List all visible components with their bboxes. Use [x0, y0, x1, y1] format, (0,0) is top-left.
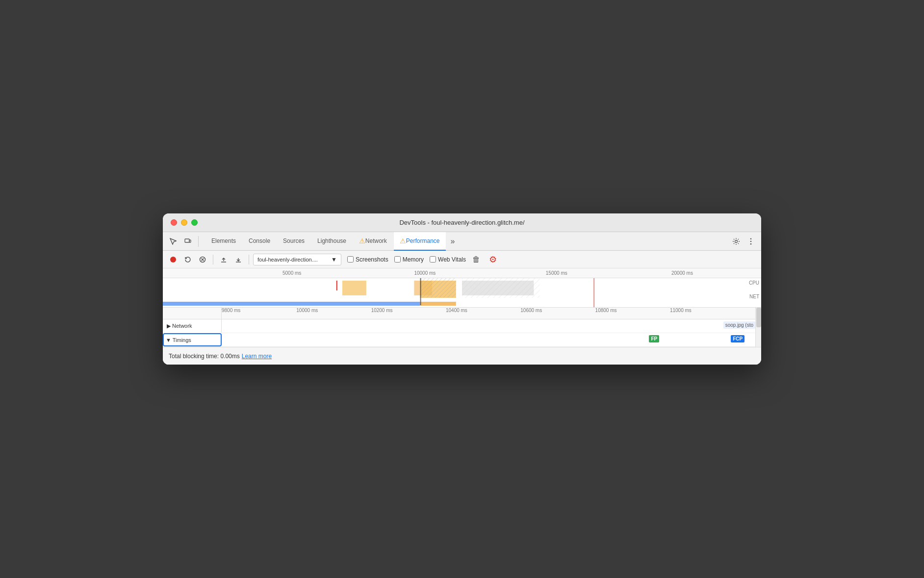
status-bar: Total blocking time: 0.00ms Learn more — [163, 347, 761, 365]
svg-rect-0 — [185, 239, 189, 242]
network-track-content: soop.jpg (sto — [222, 319, 755, 333]
svg-rect-1 — [189, 240, 191, 242]
scrollbar-track[interactable] — [755, 308, 761, 347]
soop-label: soop.jpg (sto — [723, 321, 755, 329]
device-toolbar-button[interactable] — [181, 235, 194, 248]
timeline-main: 9800 ms 10000 ms 10200 ms 10400 ms 10600… — [163, 308, 761, 347]
svg-rect-17 — [420, 278, 421, 305]
traffic-lights — [171, 219, 198, 226]
ruler-mark-10000: 10000 ms — [414, 270, 436, 276]
url-selector[interactable]: foul-heavenly-direction.... ▼ — [253, 254, 341, 265]
tab-console[interactable]: Console — [243, 232, 276, 251]
net-label: NET — [749, 294, 759, 299]
settings-button[interactable] — [730, 235, 743, 248]
delete-recording-button[interactable]: 🗑 — [470, 253, 483, 266]
tab-elements[interactable]: Elements — [205, 232, 242, 251]
scrollbar-thumb[interactable] — [756, 308, 761, 327]
time-mark-10200: 10200 ms — [371, 308, 393, 313]
time-mark-9800: 9800 ms — [222, 308, 240, 313]
cpu-label: CPU — [749, 280, 759, 286]
svg-rect-18 — [593, 278, 594, 308]
svg-rect-15 — [420, 302, 456, 306]
performance-warning-icon: ⚠ — [400, 237, 406, 245]
tab-bar-right-controls — [730, 235, 757, 248]
svg-point-6 — [170, 257, 176, 263]
web-vitals-check-input[interactable] — [430, 256, 436, 263]
svg-point-4 — [750, 240, 752, 242]
tab-bar-left-controls — [167, 235, 201, 248]
svg-point-5 — [750, 243, 752, 244]
toolbar-checkboxes: Screenshots Memory Web Vitals — [347, 256, 466, 263]
learn-more-link[interactable]: Learn more — [242, 353, 272, 360]
download-button[interactable] — [232, 253, 245, 266]
close-button[interactable] — [171, 219, 177, 226]
time-mark-10400: 10400 ms — [446, 308, 467, 313]
toolbar-divider-1 — [213, 255, 213, 264]
maximize-button[interactable] — [191, 219, 198, 226]
timings-track-content: FP FCP — [222, 333, 755, 346]
ruler-mark-15000: 15000 ms — [546, 270, 567, 276]
tab-more-button[interactable]: » — [447, 232, 459, 251]
overview-ruler: 5000 ms 10000 ms 15000 ms 20000 ms — [163, 268, 761, 278]
time-mark-10800: 10800 ms — [595, 308, 617, 313]
inspect-element-button[interactable] — [167, 235, 180, 248]
tab-sources[interactable]: Sources — [277, 232, 310, 251]
status-text: Total blocking time: 0.00ms — [169, 353, 240, 360]
tab-lighthouse[interactable]: Lighthouse — [311, 232, 352, 251]
fcp-badge: FCP — [731, 335, 744, 342]
clear-button[interactable] — [196, 253, 209, 266]
screenshots-checkbox[interactable]: Screenshots — [347, 256, 388, 263]
ruler-mark-20000: 20000 ms — [671, 270, 693, 276]
minimize-button[interactable] — [181, 219, 187, 226]
memory-checkbox[interactable]: Memory — [394, 256, 424, 263]
ruler-mark-5000: 5000 ms — [282, 270, 301, 276]
tab-network[interactable]: ⚠ Network — [353, 232, 393, 251]
devtools-window: DevTools - foul-heavenly-direction.glitc… — [163, 213, 761, 365]
network-track-label[interactable]: ▶ Network — [163, 319, 222, 333]
network-track-row: ▶ Network soop.jpg (sto — [163, 319, 755, 333]
devtools-panel: Elements Console Sources Lighthouse ⚠ Ne… — [163, 232, 761, 365]
record-button[interactable] — [167, 253, 180, 266]
svg-rect-14 — [163, 302, 420, 306]
svg-rect-12 — [420, 278, 456, 298]
timings-label[interactable]: ▼ Timings — [163, 333, 222, 346]
timeline-tracks: 9800 ms 10000 ms 10200 ms 10400 ms 10600… — [163, 308, 755, 347]
svg-rect-13 — [462, 278, 540, 298]
screenshots-check-input[interactable] — [347, 256, 354, 263]
toolbar-divider-2 — [249, 255, 249, 264]
svg-rect-16 — [336, 281, 337, 290]
performance-toolbar: foul-heavenly-direction.... ▼ Screenshot… — [163, 251, 761, 268]
performance-settings-button[interactable]: ⚙ — [487, 253, 499, 266]
timeline-overview[interactable]: 5000 ms 10000 ms 15000 ms 20000 ms — [163, 268, 761, 308]
upload-button[interactable] — [217, 253, 230, 266]
overview-chart — [163, 278, 761, 308]
svg-point-2 — [735, 240, 738, 242]
timings-track-row: ▼ Timings FP FCP — [163, 333, 755, 347]
title-bar: DevTools - foul-heavenly-direction.glitc… — [163, 213, 761, 232]
network-warning-icon: ⚠ — [359, 237, 365, 245]
window-title: DevTools - foul-heavenly-direction.glitc… — [399, 219, 524, 226]
time-mark-11000: 11000 ms — [670, 308, 692, 313]
reload-button[interactable] — [181, 253, 194, 266]
time-ruler: 9800 ms 10000 ms 10200 ms 10400 ms 10600… — [163, 308, 755, 319]
tab-divider — [198, 236, 199, 247]
time-mark-10000: 10000 ms — [296, 308, 318, 313]
svg-point-3 — [750, 238, 752, 239]
memory-check-input[interactable] — [394, 256, 401, 263]
fp-badge: FP — [649, 335, 659, 342]
tab-bar: Elements Console Sources Lighthouse ⚠ Ne… — [163, 232, 761, 251]
more-options-button[interactable] — [744, 235, 757, 248]
tab-performance[interactable]: ⚠ Performance — [394, 232, 446, 251]
svg-rect-8 — [342, 281, 366, 295]
web-vitals-checkbox[interactable]: Web Vitals — [430, 256, 466, 263]
time-mark-10600: 10600 ms — [520, 308, 542, 313]
